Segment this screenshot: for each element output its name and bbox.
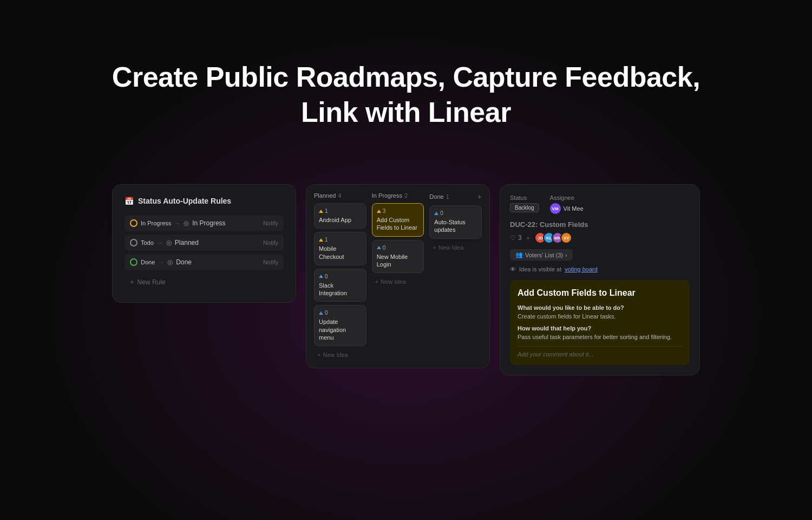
detail-assignee-section: Assignee VM Vit Mee [550,194,584,214]
idea-question-1: What would you like to be able to do? [518,304,682,311]
rules-card-title: Status Auto-Update Rules [138,197,231,205]
eye-icon: 👁 [510,266,516,272]
badge-triangle-p3 [319,311,323,315]
kanban-item-done-0[interactable]: 0 Auto-Status updates [429,205,482,239]
kanban-item-inprogress-1[interactable]: 0 New Mobile Login [372,240,424,274]
badge-num-ip1: 0 [383,245,386,251]
badge-num-d0: 0 [440,210,443,216]
idea-answer-2: Pass useful task parameters for better s… [518,333,682,341]
badge-num-p2: 0 [325,274,328,280]
visible-text: Idea is visible at [519,266,561,272]
kanban-col-planned: Planned 4 1 Android App [314,192,366,360]
new-rule-button[interactable]: + New Rule [125,274,284,290]
voters-list-label: Voters' List (3) [525,252,563,258]
rule-from-label-2: Todo [141,239,154,246]
heart-icon: ♡ [510,234,516,242]
detail-voters-row: ♡ 3 + JD KL MN XY [510,232,690,244]
new-idea-planned[interactable]: + New Idea [314,349,366,360]
new-idea-label-inprogress: New Idea [381,278,405,285]
visible-row: 👁 Idea is visible at voting board [510,266,690,272]
calendar-icon: 📅 [125,197,134,205]
rule-from-label-1: In Progress [141,220,171,226]
plus-icon-inprogress: + [375,278,378,285]
rule-row-3: Done → ◎ Done Notify [125,254,284,270]
plus-icon: + [130,278,134,286]
idea-content-box: Add Custom Fields to Linear What would y… [510,280,690,365]
kanban-item-planned-0[interactable]: 1 Android App [314,203,366,229]
kanban-card: Planned 4 1 Android App [306,184,490,368]
planned-col-count: 4 [338,192,341,199]
kanban-item-title-ip1: New Mobile Login [377,253,420,269]
target-icon-2: ◎ [166,239,172,246]
idea-comment-input[interactable]: Add your comment about it... [518,346,682,358]
kanban-columns: Planned 4 1 Android App [314,192,482,360]
rules-card: 📅 Status Auto-Update Rules In Progress →… [112,184,296,303]
inprogress-col-title: In Progress [372,192,402,199]
target-icon-3: ◎ [167,258,173,266]
rules-card-header: 📅 Status Auto-Update Rules [125,197,284,205]
rule-arrow-2: → [157,239,163,246]
detail-meta-row: Status Backlog Assignee VM Vit Mee [510,194,690,214]
add-column-icon[interactable]: + [477,192,482,201]
kanban-item-title-ip0: Add Custom Fields to Linear [377,216,420,232]
detail-issue-id: DUC-22: Custom Fields [510,220,690,229]
detail-status-label: Status [510,194,539,201]
rule-arrow-3: → [158,259,164,265]
plus-vote-icon[interactable]: + [526,234,531,242]
badge-triangle-p1 [319,238,323,242]
voters-list-icon: 👥 [515,251,523,258]
kanban-item-title-p1: Mobile Checkout [319,245,362,261]
rule-notify-3[interactable]: Notify [263,259,278,265]
new-idea-label-planned: New Idea [323,352,348,358]
rule-to-label-1: In Progress [192,219,260,227]
idea-content-title: Add Custom Fields to Linear [518,288,682,299]
rule-row-2: Todo → ◎ Planned Notify [125,235,284,251]
kanban-item-planned-3[interactable]: 0 Update navigation menu [314,305,366,346]
badge-num-p1: 1 [325,237,328,243]
rule-arrow-1: → [174,220,180,226]
done-col-count: 1 [446,193,449,200]
badge-triangle-ip0 [377,210,381,213]
voters-list-chevron: › [565,252,567,258]
idea-question-2: How would that help you? [518,325,682,332]
kanban-item-inprogress-0[interactable]: 3 Add Custom Fields to Linear [372,203,424,237]
done-col-title: Done [429,193,443,200]
vote-count: ♡ 3 [510,234,522,242]
idea-answer-1: Create custom fields for Linear tasks. [518,313,682,321]
kanban-item-title-p2: Slack Integration [319,282,362,297]
voters-list-link[interactable]: 👥 Voters' List (3) › [510,249,573,261]
rule-from-status-2 [130,239,137,246]
planned-col-title: Planned [314,192,336,199]
rule-row-1: In Progress → ◎ In Progress Notify [125,215,284,231]
cards-container: 📅 Status Auto-Update Rules In Progress →… [112,184,700,375]
new-idea-inprogress[interactable]: + New Idea [372,276,424,287]
new-rule-label: New Rule [137,278,166,286]
kanban-item-title-d0: Auto-Status updates [434,218,477,234]
badge-num-ip0: 3 [383,208,386,214]
rule-to-label-2: Planned [175,239,260,246]
badge-triangle-p0 [319,210,323,213]
plus-icon-planned: + [317,352,320,358]
badge-triangle-ip1 [377,246,381,249]
detail-status-section: Status Backlog [510,194,539,214]
kanban-col-header-inprogress: In Progress 2 [372,192,424,199]
kanban-item-planned-2[interactable]: 0 Slack Integration [314,269,366,302]
rule-notify-2[interactable]: Notify [263,239,278,246]
new-idea-done[interactable]: + New Idea [429,242,482,253]
detail-card: Status Backlog Assignee VM Vit Mee DUC-2… [500,184,700,375]
hero-title: Create Public Roadmaps, Capture Feedback… [112,60,700,130]
rule-to-label-3: Done [176,258,260,266]
detail-assignee-label: Assignee [550,194,584,201]
rule-notify-1[interactable]: Notify [263,220,278,226]
rule-from-status-1 [130,219,137,227]
assignee-avatar: VM [550,203,561,214]
badge-num-p3: 0 [325,310,328,316]
plus-icon-done: + [433,244,436,251]
detail-status-value[interactable]: Backlog [510,203,539,212]
target-icon-1: ◎ [184,219,189,227]
voting-board-link[interactable]: voting board [565,266,598,272]
assignee-name: Vit Mee [564,205,584,212]
kanban-item-planned-1[interactable]: 1 Mobile Checkout [314,232,366,265]
kanban-item-title-p3: Update navigation menu [319,318,362,341]
badge-num-p0: 1 [325,208,328,214]
